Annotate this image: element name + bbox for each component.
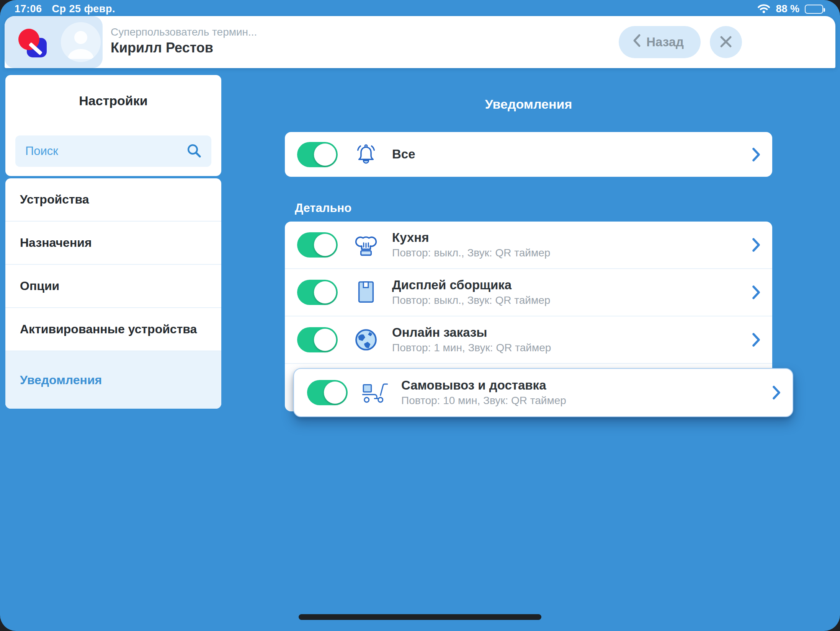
search-input[interactable] (25, 144, 185, 158)
row-title: Самовывоз и доставка (401, 378, 566, 392)
battery-percent: 88 % (776, 3, 799, 15)
header-bar: Суперпользователь термин... Кирилл Ресто… (5, 16, 835, 68)
kitchen-toggle[interactable] (297, 232, 338, 258)
status-bar: 17:06Ср 25 февр. 88 % (0, 0, 840, 17)
chef-hat-icon (352, 231, 380, 259)
row-title: Кухня (392, 231, 550, 245)
close-icon (719, 35, 733, 50)
close-button[interactable] (710, 26, 742, 58)
row-subtitle: Повтор: выкл., Звук: QR таймер (392, 295, 550, 307)
row-title: Дисплей сборщика (392, 278, 550, 292)
sidebar-settings-card: Настройки (5, 75, 221, 176)
sidebar-item-notifications[interactable]: Уведомления (5, 351, 221, 409)
notifications-all-row[interactable]: Все (285, 132, 772, 177)
chevron-right-icon (752, 147, 761, 162)
row-subtitle: Повтор: выкл., Звук: QR таймер (392, 247, 550, 259)
ipad-screen: 17:06Ср 25 февр. 88 % (0, 0, 840, 631)
row-online-orders[interactable]: Онлайн заказы Повтор: 1 мин, Звук: QR та… (285, 316, 772, 364)
chevron-right-icon (752, 285, 761, 300)
wifi-icon (757, 3, 770, 15)
sidebar-menu: Устройства Назначения Опции Активированн… (5, 178, 221, 409)
search-box[interactable] (15, 135, 211, 167)
sidebar-title: Настройки (5, 93, 221, 108)
row-subtitle: Повтор: 10 мин, Звук: QR таймер (401, 395, 566, 407)
package-icon (352, 278, 380, 307)
user-avatar[interactable] (61, 22, 101, 62)
section-label-detailed: Детально (295, 201, 351, 215)
search-icon[interactable] (185, 142, 202, 160)
chevron-right-icon (752, 237, 761, 253)
sidebar-item-assignments[interactable]: Назначения (5, 222, 221, 265)
page-title: Уведомления (285, 97, 772, 112)
sidebar-item-options[interactable]: Опции (5, 265, 221, 308)
row-title: Онлайн заказы (392, 326, 551, 339)
assembler-display-toggle[interactable] (297, 280, 338, 305)
quick-resto-logo (18, 29, 47, 58)
row-kitchen[interactable]: Кухня Повтор: выкл., Звук: QR таймер (285, 222, 772, 269)
sidebar-item-activated-devices[interactable]: Активированные устройства (5, 308, 221, 351)
row-subtitle: Повтор: 1 мин, Звук: QR таймер (392, 342, 551, 354)
pickup-delivery-toggle[interactable] (307, 380, 348, 405)
bell-icon (352, 140, 380, 169)
user-name-label: Кирилл Рестов (111, 40, 213, 56)
row-assembler-display[interactable]: Дисплей сборщика Повтор: выкл., Звук: QR… (285, 269, 772, 316)
battery-icon (805, 5, 823, 14)
home-indicator[interactable] (299, 614, 541, 620)
status-date: Ср 25 февр. (52, 3, 115, 15)
back-button-label: Назад (646, 35, 684, 49)
status-time: 17:06 (15, 3, 42, 15)
chevron-right-icon (772, 385, 781, 400)
sidebar-item-devices[interactable]: Устройства (5, 178, 221, 222)
user-role-label: Суперпользователь термин... (111, 26, 257, 38)
chevron-left-icon (632, 34, 641, 51)
row-pickup-delivery[interactable]: Самовывоз и доставка Повтор: 10 мин, Зву… (293, 368, 793, 417)
chevron-right-icon (752, 332, 761, 347)
back-button[interactable]: Назад (619, 26, 701, 58)
all-notifications-toggle[interactable] (297, 142, 338, 167)
delivery-scooter-icon (361, 378, 389, 407)
all-row-label: Все (392, 147, 415, 161)
status-time-date: 17:06Ср 25 февр. (15, 3, 115, 15)
globe-icon (352, 326, 380, 354)
online-orders-toggle[interactable] (297, 327, 338, 352)
